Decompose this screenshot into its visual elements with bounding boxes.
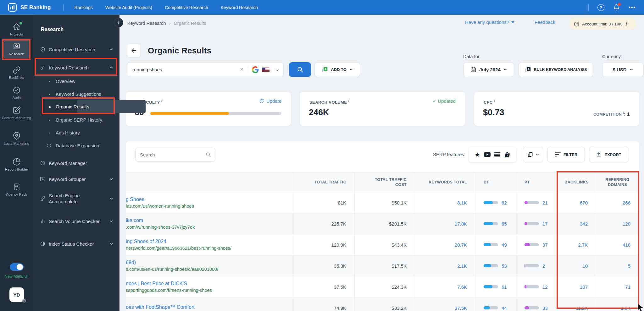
pt-progress-pill <box>525 243 539 246</box>
result-title-link[interactable]: noes | Best Price at DICK'S <box>126 281 187 286</box>
rail-item-research[interactable]: Research <box>0 42 33 56</box>
panel-item-competitive-research[interactable]: Competitive Research <box>33 42 119 56</box>
nav-item-keyword-research[interactable]: Keyword Research <box>221 5 258 10</box>
table-search-input[interactable] <box>140 148 200 161</box>
cell-backlinks[interactable]: 10 <box>557 255 596 276</box>
se-ranking-logo-icon[interactable] <box>8 3 17 12</box>
panel-collapse-button[interactable] <box>114 18 123 27</box>
chevron-down-icon <box>109 219 113 223</box>
cell-result: oes with FootShape™ Comfort <box>126 297 294 311</box>
copy-columns-button[interactable] <box>523 147 543 162</box>
panel-item-keyword-manager[interactable]: Keyword Manager <box>33 159 119 167</box>
nav-item-competitive-research[interactable]: Competitive Research <box>165 5 208 10</box>
panel-item-index-status-checker[interactable]: Index Status Checker <box>33 237 119 251</box>
column-header-dt[interactable]: DT <box>475 172 516 192</box>
cell-keywords-total[interactable]: 7.6K <box>415 276 475 297</box>
result-title-link[interactable]: 684) <box>126 260 136 265</box>
filter-icon <box>555 152 561 157</box>
back-button[interactable] <box>127 44 141 57</box>
panel-item-search-engine-autocomplete[interactable]: Search Engine Autocomplete <box>33 192 119 205</box>
panel-sub-item-ads-history[interactable]: Ads History <box>33 129 119 137</box>
panel-item-search-volume-checker[interactable]: Search Volume Checker <box>33 214 119 228</box>
youtube-icon[interactable] <box>484 152 491 157</box>
column-header-keywords-total[interactable]: KEYWORDS TOTAL <box>415 172 475 192</box>
new-menu-toggle[interactable] <box>10 263 24 271</box>
cell-referring-domains[interactable]: 418 <box>596 234 639 255</box>
cell-backlinks[interactable]: 11.2K <box>557 297 596 311</box>
filter-button[interactable]: FILTER <box>547 147 585 162</box>
column-header-results <box>126 172 294 192</box>
difficulty-update-link[interactable]: Update <box>259 98 281 104</box>
google-icon[interactable] <box>252 66 259 73</box>
rail-item-backlinks[interactable]: Backlinks <box>0 66 33 80</box>
column-header-referring-domains[interactable]: REFERRING DOMAINS <box>596 172 639 192</box>
cell-keywords-total[interactable]: 2.1K <box>415 255 475 276</box>
list-icon[interactable] <box>494 152 500 157</box>
nav-item-rankings[interactable]: Rankings <box>74 5 92 10</box>
panel-sub-item-database-expansion[interactable]: Database Expansion <box>33 142 119 150</box>
search-button[interactable] <box>289 62 311 77</box>
result-title-link[interactable]: g Shoes <box>126 197 144 202</box>
star-icon[interactable]: ★ <box>475 152 480 158</box>
us-flag-icon[interactable] <box>262 68 269 72</box>
rail-item-report-builder[interactable]: Report Builder <box>0 158 33 172</box>
nav-item-website-audit[interactable]: Website Audit (Projects) <box>105 5 152 10</box>
rail-item-local-marketing[interactable]: Local Marketing <box>0 132 33 146</box>
cell-referring-domains[interactable]: 120 <box>596 213 639 234</box>
cell-keywords-total[interactable]: 8.1K <box>415 192 475 213</box>
column-header-pt[interactable]: PT <box>516 172 557 192</box>
panel-sub-item-keyword-suggestions[interactable]: Keyword Suggestions <box>33 91 119 98</box>
currency-select-button[interactable]: $ USD <box>602 62 643 77</box>
user-avatar[interactable]: YD ⚙ <box>9 287 24 302</box>
cell-keywords-total[interactable]: 20.7K <box>415 234 475 255</box>
rail-item-projects[interactable]: Projects <box>0 23 33 36</box>
more-menu-icon[interactable]: ••• <box>629 5 636 10</box>
building-icon <box>13 183 21 191</box>
data-for-label: Data for: <box>463 54 481 59</box>
bulk-keyword-analysis-button[interactable]: BULK KEYWORD ANALYSIS <box>519 62 593 77</box>
cell-backlinks[interactable]: 342 <box>557 213 596 234</box>
notifications-bell-icon[interactable] <box>613 4 620 11</box>
result-title-link[interactable]: oes with FootShape™ Comfort <box>126 304 195 310</box>
cell-total-traffic: 74.9K <box>294 297 355 311</box>
add-to-button[interactable]: ADD TO <box>314 62 360 77</box>
cell-referring-domains[interactable]: 266 <box>596 192 639 213</box>
shopping-basket-icon[interactable] <box>504 152 510 157</box>
panel-item-keyword-research[interactable]: Keyword Research <box>33 64 119 71</box>
cell-referring-domains[interactable]: 71 <box>596 276 639 297</box>
clear-icon[interactable]: ✕ <box>240 67 244 72</box>
breadcrumb-keyword-research[interactable]: Keyword Research <box>127 21 166 26</box>
export-button[interactable]: EXPORT <box>589 147 628 162</box>
chevron-down-icon[interactable] <box>275 68 279 72</box>
column-header-backlinks[interactable]: BACKLINKS <box>557 172 596 192</box>
help-icon[interactable]: ? <box>597 4 604 11</box>
column-header-total-traffic[interactable]: TOTAL TRAFFIC <box>294 172 355 192</box>
rail-item-agency-pack[interactable]: Agency Pack <box>0 183 33 197</box>
rail-item-content-marketing[interactable]: Content Marketing <box>0 106 33 120</box>
panel-sub-item-organic-serp-history[interactable]: Organic SERP History <box>33 117 119 124</box>
check-circle-icon <box>13 86 21 94</box>
settings-gear-icon[interactable]: ⚙ <box>22 297 26 304</box>
cell-keywords-total[interactable]: 17.8K <box>415 213 475 234</box>
result-title-link[interactable]: ike.com <box>126 218 143 223</box>
dt-progress-pill <box>484 201 498 204</box>
panel-sub-item-overview[interactable]: Overview <box>33 78 119 85</box>
cell-keywords-total[interactable]: 37.5K <box>415 297 475 311</box>
feedback-link[interactable]: Feedback <box>535 19 555 25</box>
date-picker-button[interactable]: July 2024 <box>463 62 514 77</box>
new-menu-toggle-label: New Menu UI <box>0 274 33 279</box>
cell-backlinks[interactable]: 107 <box>557 276 596 297</box>
keyword-query-input[interactable] <box>132 63 233 77</box>
questions-dropdown[interactable]: Have any questions? <box>465 19 514 25</box>
result-title-link[interactable]: ing Shoes of 2024 <box>126 239 166 244</box>
rail-item-audit[interactable]: Audit <box>0 86 33 100</box>
cell-referring-domains[interactable]: 5 <box>596 255 639 276</box>
cell-backlinks[interactable]: 670 <box>557 192 596 213</box>
panel-sub-item-organic-results[interactable]: Organic Results <box>33 103 119 111</box>
cell-referring-domains[interactable]: 1.3K <box>596 297 639 311</box>
pt-progress-pill <box>525 201 539 204</box>
cell-backlinks[interactable]: 2.7K <box>557 234 596 255</box>
panel-item-keyword-grouper[interactable]: Keyword Grouper <box>33 175 119 183</box>
brand-name: SE Ranking <box>20 4 51 11</box>
column-header-total-traffic-cost[interactable]: TOTAL TRAFFIC COST <box>355 172 415 192</box>
